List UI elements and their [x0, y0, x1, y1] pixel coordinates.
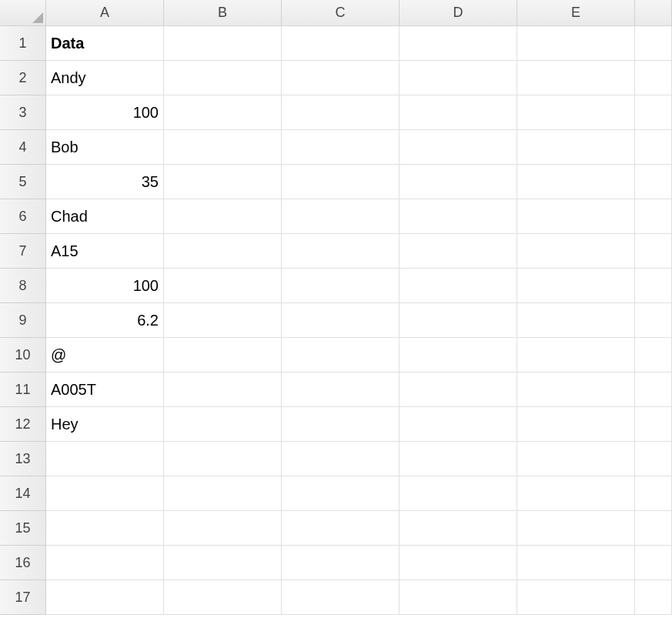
- cell-E1[interactable]: [517, 26, 635, 61]
- column-header-C[interactable]: C: [282, 0, 400, 26]
- cell-F17-partial[interactable]: [635, 580, 672, 615]
- row-header-2[interactable]: 2: [0, 61, 46, 95]
- cell-B17[interactable]: [164, 580, 282, 615]
- cell-C5[interactable]: [282, 165, 400, 199]
- cell-E10[interactable]: [517, 338, 635, 372]
- row-header-10[interactable]: 10: [0, 338, 46, 372]
- column-header-A[interactable]: A: [46, 0, 164, 26]
- cell-F8-partial[interactable]: [635, 269, 672, 303]
- cell-D1[interactable]: [400, 26, 517, 61]
- cell-A10[interactable]: @: [46, 338, 164, 372]
- cell-B4[interactable]: [164, 130, 282, 165]
- cell-C8[interactable]: [282, 269, 400, 303]
- cell-F4-partial[interactable]: [635, 130, 672, 165]
- column-header-D[interactable]: D: [400, 0, 517, 26]
- cell-A4[interactable]: Bob: [46, 130, 164, 165]
- cell-D15[interactable]: [400, 511, 517, 546]
- cell-C13[interactable]: [282, 442, 400, 476]
- cell-A15[interactable]: [46, 511, 164, 546]
- row-header-9[interactable]: 9: [0, 303, 46, 338]
- cell-E12[interactable]: [517, 407, 635, 442]
- cell-E8[interactable]: [517, 269, 635, 303]
- cell-C3[interactable]: [282, 95, 400, 130]
- select-all-corner[interactable]: [0, 0, 46, 26]
- cell-A7[interactable]: A15: [46, 234, 164, 269]
- cell-C16[interactable]: [282, 546, 400, 580]
- cell-E14[interactable]: [517, 476, 635, 511]
- cell-B12[interactable]: [164, 407, 282, 442]
- cell-C12[interactable]: [282, 407, 400, 442]
- row-header-14[interactable]: 14: [0, 476, 46, 511]
- cell-F7-partial[interactable]: [635, 234, 672, 269]
- cell-F9-partial[interactable]: [635, 303, 672, 338]
- row-header-4[interactable]: 4: [0, 130, 46, 165]
- row-header-11[interactable]: 11: [0, 372, 46, 407]
- cell-B5[interactable]: [164, 165, 282, 199]
- cell-C15[interactable]: [282, 511, 400, 546]
- cell-C14[interactable]: [282, 476, 400, 511]
- cell-F5-partial[interactable]: [635, 165, 672, 199]
- cell-B11[interactable]: [164, 372, 282, 407]
- cell-E13[interactable]: [517, 442, 635, 476]
- cell-D7[interactable]: [400, 234, 517, 269]
- cell-E4[interactable]: [517, 130, 635, 165]
- cell-C7[interactable]: [282, 234, 400, 269]
- cell-D9[interactable]: [400, 303, 517, 338]
- cell-B13[interactable]: [164, 442, 282, 476]
- row-header-1[interactable]: 1: [0, 26, 46, 61]
- cell-A12[interactable]: Hey: [46, 407, 164, 442]
- cell-A5[interactable]: 35: [46, 165, 164, 199]
- row-header-13[interactable]: 13: [0, 442, 46, 476]
- cell-F14-partial[interactable]: [635, 476, 672, 511]
- cell-A13[interactable]: [46, 442, 164, 476]
- cell-F12-partial[interactable]: [635, 407, 672, 442]
- cell-B16[interactable]: [164, 546, 282, 580]
- cell-B10[interactable]: [164, 338, 282, 372]
- cell-B1[interactable]: [164, 26, 282, 61]
- cell-D12[interactable]: [400, 407, 517, 442]
- cell-D4[interactable]: [400, 130, 517, 165]
- row-header-16[interactable]: 16: [0, 546, 46, 580]
- cell-D3[interactable]: [400, 95, 517, 130]
- cell-F3-partial[interactable]: [635, 95, 672, 130]
- cell-E3[interactable]: [517, 95, 635, 130]
- cell-A3[interactable]: 100: [46, 95, 164, 130]
- cell-B8[interactable]: [164, 269, 282, 303]
- cell-D14[interactable]: [400, 476, 517, 511]
- cell-B3[interactable]: [164, 95, 282, 130]
- row-header-3[interactable]: 3: [0, 95, 46, 130]
- cell-E2[interactable]: [517, 61, 635, 95]
- cell-F11-partial[interactable]: [635, 372, 672, 407]
- column-header-B[interactable]: B: [164, 0, 282, 26]
- cell-C10[interactable]: [282, 338, 400, 372]
- cell-C2[interactable]: [282, 61, 400, 95]
- cell-D8[interactable]: [400, 269, 517, 303]
- row-header-15[interactable]: 15: [0, 511, 46, 546]
- cell-D6[interactable]: [400, 199, 517, 234]
- cell-D11[interactable]: [400, 372, 517, 407]
- column-header-E[interactable]: E: [517, 0, 635, 26]
- cell-B9[interactable]: [164, 303, 282, 338]
- cell-A2[interactable]: Andy: [46, 61, 164, 95]
- cell-E5[interactable]: [517, 165, 635, 199]
- cell-F13-partial[interactable]: [635, 442, 672, 476]
- cell-B14[interactable]: [164, 476, 282, 511]
- cell-A9[interactable]: 6.2: [46, 303, 164, 338]
- cell-F10-partial[interactable]: [635, 338, 672, 372]
- row-header-12[interactable]: 12: [0, 407, 46, 442]
- cell-C1[interactable]: [282, 26, 400, 61]
- cell-F6-partial[interactable]: [635, 199, 672, 234]
- cell-B7[interactable]: [164, 234, 282, 269]
- cell-E17[interactable]: [517, 580, 635, 615]
- row-header-6[interactable]: 6: [0, 199, 46, 234]
- cell-B15[interactable]: [164, 511, 282, 546]
- cell-A1[interactable]: Data: [46, 26, 164, 61]
- row-header-17[interactable]: 17: [0, 580, 46, 615]
- cell-E15[interactable]: [517, 511, 635, 546]
- cell-D17[interactable]: [400, 580, 517, 615]
- cell-F15-partial[interactable]: [635, 511, 672, 546]
- cell-F16-partial[interactable]: [635, 546, 672, 580]
- row-header-8[interactable]: 8: [0, 269, 46, 303]
- cell-F1-partial[interactable]: [635, 26, 672, 61]
- cell-D16[interactable]: [400, 546, 517, 580]
